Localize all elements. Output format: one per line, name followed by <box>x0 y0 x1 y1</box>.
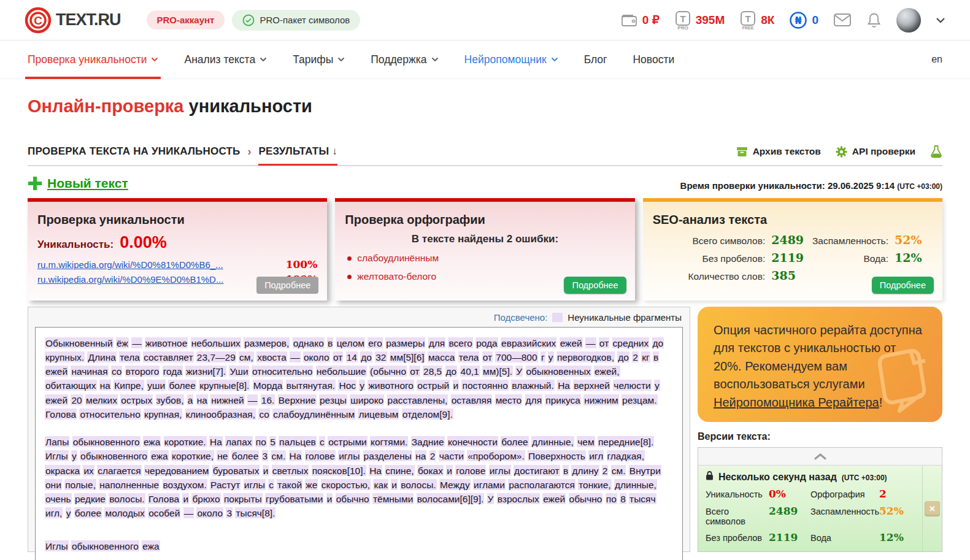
highlighted-fragment: средних <box>612 337 650 348</box>
highlighted-fragment: Нос <box>338 380 356 391</box>
highlighted-fragment: от <box>599 337 609 348</box>
text-paragraph: Обыкновенный ёж — животное небольших раз… <box>45 336 673 421</box>
seo-stat-value: 385 <box>771 269 809 282</box>
highlighted-fragment: На <box>289 450 302 461</box>
version-stat-value: 0% <box>769 488 804 500</box>
highlighted-fragment: оставляя <box>451 394 493 405</box>
highlighted-fragment: Поверхность <box>528 450 586 461</box>
bullet-dot <box>347 275 352 279</box>
highlighted-fragment: волосы. <box>400 479 436 490</box>
wallet-balance[interactable]: 0 ₽ <box>620 12 660 28</box>
highlighted-fragment: иглы <box>244 479 266 490</box>
site-logo[interactable]: C TEXT.RU <box>25 7 121 34</box>
highlighted-fragment: Иглы <box>45 540 69 551</box>
lab-flask-button[interactable] <box>930 145 942 158</box>
nav-blog[interactable]: Блог <box>584 40 607 79</box>
highlighted-fragment: тонкие, <box>578 479 611 490</box>
highlighted-fragment: рода <box>475 337 498 348</box>
checked-text[interactable]: Обыкновенный ёж — животное небольших раз… <box>35 327 683 560</box>
uniqueness-value: 0.00% <box>120 233 167 252</box>
lock-icon <box>706 470 714 480</box>
highlighted-fragment: острых <box>120 394 153 405</box>
seo-stat-row: Без пробелов: 2119 <box>653 251 810 264</box>
notifications-button[interactable] <box>866 12 882 29</box>
highlighted-fragment: евразийских <box>501 337 556 348</box>
version-stat: Уникальность 0% <box>706 488 804 500</box>
highlighted-fragment: и <box>391 479 398 490</box>
tab-check-text[interactable]: ПРОВЕРКА ТЕКСТА НА УНИКАЛЬНОСТЬ <box>28 145 240 158</box>
highlighted-fragment: и <box>263 465 269 476</box>
uniqueness-more-button[interactable]: Подробнее <box>256 277 318 294</box>
nav-neuro-assistant[interactable]: Нейропомощник <box>464 40 558 79</box>
highlighted-fragment: более <box>501 436 528 447</box>
highlighted-fragment: более <box>231 450 259 461</box>
highlighted-fragment: от <box>482 351 493 362</box>
highlighted-fragment: они <box>45 479 62 490</box>
highlighted-fragment: гладкая, <box>607 450 645 461</box>
pro-package-badge[interactable]: PRO-пакет символов <box>232 10 360 31</box>
nav-text-analysis[interactable]: Анализ текста <box>184 40 267 79</box>
archive-link[interactable]: Архив текстов <box>736 146 821 157</box>
highlight-legend: Подсвечено: Неуникальные фрагменты <box>36 312 682 323</box>
highlighted-fragment: крупная, <box>144 408 182 420</box>
nav-news[interactable]: Новости <box>633 40 674 79</box>
language-switcher[interactable]: en <box>931 54 942 65</box>
highlighted-fragment: 3 <box>226 507 233 518</box>
nav-support[interactable]: Поддержка <box>371 40 438 79</box>
pro-chars-counter[interactable]: T PRO 395М <box>674 10 725 30</box>
highlighted-fragment: влажный. <box>511 380 555 391</box>
highlighted-fragment: поясков[10]. <box>312 465 366 476</box>
match-source-link[interactable]: ru.m.wikipedia.org/wiki/%D0%81%D0%B6_... <box>37 259 274 270</box>
highlighted-fragment: 3 <box>262 450 269 461</box>
highlighted-fragment: обыкновенных <box>526 366 591 377</box>
highlighted-fragment: волосами[6][9]. <box>417 493 485 504</box>
highlighted-fragment: тела <box>458 351 480 362</box>
version-delete-button[interactable]: ✕ <box>925 501 940 516</box>
highlighted-fragment: ежей <box>542 493 566 504</box>
version-stat-value: 2119 <box>769 531 804 543</box>
account-menu-chevron[interactable] <box>936 17 945 23</box>
version-entry[interactable]: Несколько секунд назад (UTC +03:00) Уник… <box>698 466 942 551</box>
user-avatar[interactable] <box>896 8 921 33</box>
highlighted-fragment: г <box>541 351 545 362</box>
nav-uniqueness-check[interactable]: Проверка уникальности <box>28 40 158 79</box>
highlighted-fragment: такой <box>277 479 302 490</box>
new-text-button[interactable]: Новый текст <box>28 176 128 191</box>
nav-label: Тарифы <box>293 53 333 66</box>
match-source-link[interactable]: ru.wikipedia.org/wiki/%D0%9E%D0%B1%D... <box>37 274 274 285</box>
text-paragraph: Лапы обыкновенного ежа короткие. На лапа… <box>45 435 673 521</box>
pro-account-label: PRO-аккаунт <box>157 15 215 25</box>
neuro-balance[interactable]: ₦ 0 <box>789 11 818 29</box>
highlighted-fragment: ежей <box>45 366 68 377</box>
free-chars-counter[interactable]: T FREE 8К <box>739 10 774 30</box>
pro-account-badge[interactable]: PRO-аккаунт <box>147 10 225 29</box>
version-stat-label: Орфография <box>810 489 879 499</box>
neuro-rewriter-link[interactable]: Нейропомощника Рерайтера <box>714 396 879 409</box>
spelling-more-button[interactable]: Подробнее <box>564 277 626 294</box>
spelling-card-title: Проверка орфографии <box>345 213 625 227</box>
versions-collapse-button[interactable] <box>698 448 942 466</box>
spelling-error-item[interactable]: слабоудлинённым <box>347 253 625 264</box>
seo-stat-label: Всего символов: <box>692 236 765 247</box>
nav-tariffs[interactable]: Тарифы <box>293 40 345 79</box>
mail-button[interactable] <box>833 13 852 27</box>
highlighted-fragment: Кипре, <box>114 380 144 391</box>
highlighted-fragment: до <box>360 351 372 362</box>
t-free-icon: T FREE <box>739 10 756 30</box>
uniqueness-label: Уникальность: <box>37 239 114 251</box>
highlighted-fragment: на <box>415 450 426 461</box>
result-panel: Подсвечено: Неуникальные фрагменты Обыкн… <box>28 307 690 552</box>
highlighted-fragment: 8 <box>620 493 626 504</box>
gear-icon <box>836 146 847 158</box>
versions-scroll-rail[interactable]: ✕ <box>922 466 942 551</box>
chevron-down-icon <box>551 57 558 62</box>
spelling-error-word: желтовато-белого <box>357 271 436 282</box>
text-paragraph: Иглы обыкновенного ежа <box>45 539 673 553</box>
seo-more-button[interactable]: Подробнее <box>872 277 934 294</box>
highlighted-fragment: расставлены, <box>387 394 448 405</box>
version-stat-label: Без пробелов <box>706 533 769 543</box>
highlighted-fragment: лапах <box>225 436 252 447</box>
api-link[interactable]: API проверки <box>836 146 915 158</box>
highlighted-fragment: нижним <box>583 394 618 405</box>
highlighted-fragment: спине, <box>385 465 414 476</box>
